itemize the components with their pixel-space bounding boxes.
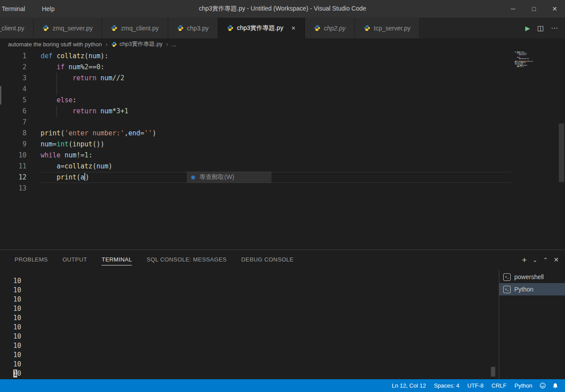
breadcrumb: automate the boring stuff with python›ch… [0,38,565,50]
line-number[interactable]: 3 [0,73,26,84]
terminal-scrollbar[interactable] [491,367,495,377]
terminal-list-item-python[interactable]: >_Python [499,283,565,295]
minimap-line [514,61,558,62]
panel-tab-problems[interactable]: PROBLEMS [15,254,48,265]
code-token: : [72,96,76,104]
code-token: num [100,74,112,82]
panel-tab-output[interactable]: OUTPUT [62,254,87,265]
close-window-button[interactable]: ✕ [544,0,565,18]
minimap-line [514,63,558,64]
maximize-button[interactable]: □ [524,0,544,18]
code-line[interactable]: 1def collatz(num): [0,51,565,62]
line-number[interactable]: 6 [0,106,26,117]
window-controls: ─ □ ✕ [503,0,565,18]
code-token: ) [85,173,89,181]
line-number[interactable]: 5 [0,95,26,106]
line-number[interactable]: 7 [0,117,26,128]
panel-tab-terminal[interactable]: TERMINAL [102,254,132,265]
panel-body: 1010101010101010101010 >_powershell>_Pyt… [0,269,565,379]
bottom-panel: PROBLEMSOUTPUTTERMINALSQL CONSOLE: MESSA… [0,250,565,379]
editor-tab-chp3-py[interactable]: chp3.py [168,18,218,38]
breadcrumb-item[interactable]: ... [172,41,177,48]
panel-tab-sql-console-messages[interactable]: SQL CONSOLE: MESSAGES [147,254,226,265]
line-number[interactable]: 8 [0,128,26,139]
menu-terminal[interactable]: Terminal [0,5,27,12]
minimap-line [514,57,558,58]
terminal-line: 10 [13,360,499,369]
breadcrumb-item[interactable]: automate the boring stuff with python [8,41,102,48]
code-line-content: print(a) [41,172,511,183]
left-edge-marker [0,86,1,105]
close-tab-icon[interactable]: ✕ [291,25,296,31]
line-number[interactable]: 13 [0,183,26,194]
code-token: input [72,140,92,148]
line-number[interactable]: 2 [0,62,26,73]
line-number[interactable]: 1 [0,51,26,62]
line-number[interactable]: 9 [0,139,26,150]
editor-tab-p-client-py[interactable]: p_client.py [0,18,34,38]
code-line[interactable]: 9num=int(input()) [0,139,565,150]
editor-tab-zmq-client-py[interactable]: zmq_client.py [102,18,168,38]
minimap-line [514,52,558,52]
code-line[interactable]: 11 a=collatz(num) [0,161,565,172]
more-actions-button[interactable]: ⋯ [551,24,558,32]
code-line-content: while num!=1: [41,150,565,161]
split-editor-button[interactable]: ◫ [537,24,544,32]
status-crlf[interactable]: CRLF [488,382,511,389]
terminal-output[interactable]: 1010101010101010101010 [0,269,499,379]
maximize-panel-button[interactable]: ⌃ [543,257,548,263]
terminal-line: 10 [13,351,499,360]
code-line[interactable]: 12 print(a) [0,172,565,183]
notifications-bell-icon[interactable] [549,383,561,389]
tab-label: zmq_server.py [53,25,93,32]
status-spaces-4[interactable]: Spaces: 4 [430,382,463,389]
indent-guide [56,84,57,95]
terminal-list-label: Python [514,286,534,293]
line-number[interactable]: 10 [0,150,26,161]
menu-bar: Terminal Help [0,5,56,12]
code-line[interactable]: 8print('enter number:',end='') [0,128,565,139]
code-line[interactable]: 10while num!=1: [0,150,565,161]
panel-tab-debug-console[interactable]: DEBUG CONSOLE [241,254,294,265]
code-line[interactable]: 5 else: [0,95,565,106]
terminal-dropdown-icon[interactable]: ⌄ [532,257,537,263]
terminal-list-item-powershell[interactable]: >_powershell [499,271,565,283]
code-line[interactable]: 7 [0,117,565,128]
editor-tab-tcp-server-py[interactable]: tcp_server.py [355,18,420,38]
panel-actions: + ⌄ ⌃ ✕ [522,256,559,264]
editor[interactable]: 1def collatz(num):2 if num%2==0:3 return… [0,50,565,250]
editor-tab-chp3-py[interactable]: chp3實作專題.py✕ [218,18,305,38]
code-line[interactable]: 2 if num%2==0: [0,62,565,73]
code-line[interactable]: 13 [0,183,565,194]
code-token: 1 [124,107,128,115]
status-utf-8[interactable]: UTF-8 [463,382,488,389]
status-bar: Ln 12, Col 12Spaces: 4UTF-8CRLFPython [0,379,565,392]
run-file-button[interactable]: ▶ [525,25,530,32]
line-number[interactable]: 12 [0,172,26,183]
code-line[interactable]: 6 return num*3+1 [0,106,565,117]
menu-help[interactable]: Help [40,5,56,12]
panel-tabs: PROBLEMSOUTPUTTERMINALSQL CONSOLE: MESSA… [15,254,294,265]
editor-tab-zmq-server-py[interactable]: zmq_server.py [34,18,102,38]
feedback-smiley-icon[interactable] [536,382,549,389]
line-number[interactable]: 4 [0,84,26,95]
python-file-icon [111,25,117,31]
code-line[interactable]: 3 return num//2 [0,73,565,84]
code-token: int [56,140,68,148]
code-line[interactable]: 4 [0,84,565,95]
editor-tab-chp2-py[interactable]: chp2.py [305,18,355,38]
breadcrumb-item[interactable]: chp3實作專題.py [111,40,163,48]
minimap-line [514,53,558,54]
minimap[interactable] [514,52,558,69]
new-terminal-button[interactable]: + [522,256,527,264]
status-python[interactable]: Python [511,382,536,389]
minimize-button[interactable]: ─ [503,0,524,18]
status-ln-12-col-12[interactable]: Ln 12, Col 12 [388,382,430,389]
code-token: if [56,63,68,71]
close-panel-button[interactable]: ✕ [554,256,559,263]
terminal-list-label: powershell [514,273,544,280]
code-line-content: return num*3+1 [41,106,565,117]
status-items: Ln 12, Col 12Spaces: 4UTF-8CRLFPython [388,382,536,389]
editor-scrollbar[interactable] [559,123,564,182]
line-number[interactable]: 11 [0,161,26,172]
